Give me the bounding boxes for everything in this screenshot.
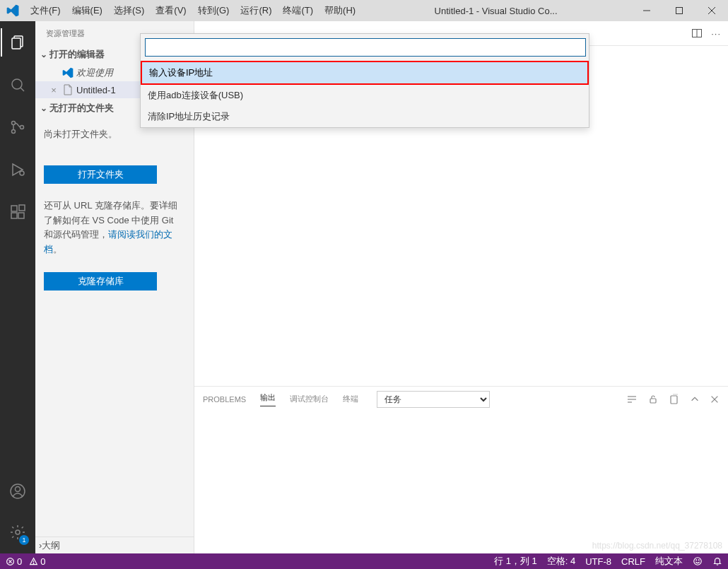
clone-info: 还可从 URL 克隆存储库。要详细了解如何在 VS Code 中使用 Git 和… xyxy=(35,188,194,268)
more-icon[interactable]: ··· xyxy=(711,28,721,39)
activitybar: 1 xyxy=(0,21,35,553)
titlebar: 文件(F) 编辑(E) 选择(S) 查看(V) 转到(G) 运行(R) 终端(T… xyxy=(0,0,728,21)
activity-extensions[interactable] xyxy=(1,198,35,226)
vscode-icon xyxy=(0,4,25,17)
status-eol[interactable]: CRLF xyxy=(621,556,645,567)
svg-point-9 xyxy=(12,130,16,134)
open-folder-button[interactable]: 打开文件夹 xyxy=(44,165,157,184)
panel-tab-output[interactable]: 输出 xyxy=(260,392,276,406)
watermark: https://blog.csdn.net/qq_37278108 xyxy=(592,541,722,551)
svg-line-7 xyxy=(20,88,24,91)
status-warnings[interactable]: 0 xyxy=(29,556,45,567)
menu-go[interactable]: 转到(G) xyxy=(192,0,235,21)
command-palette: 输入设备IP地址 使用adb连接设备(USB) 清除IP地址历史记录 xyxy=(140,33,589,128)
menu-terminal[interactable]: 终端(T) xyxy=(277,0,319,21)
statusbar: 0 0 行 1，列 1 空格: 4 UTF-8 CRLF 纯文本 xyxy=(0,553,728,569)
close-panel-icon[interactable] xyxy=(710,394,720,404)
chevron-down-icon: ⌄ xyxy=(38,103,49,113)
palette-input[interactable] xyxy=(145,38,586,57)
svg-point-6 xyxy=(12,79,22,89)
menu-selection[interactable]: 选择(S) xyxy=(108,0,150,21)
svg-rect-24 xyxy=(650,399,656,403)
no-folder-label: 无打开的文件夹 xyxy=(49,102,114,115)
svg-point-18 xyxy=(16,530,20,534)
settings-badge: 1 xyxy=(19,535,29,545)
panel-tab-debug[interactable]: 调试控制台 xyxy=(290,394,329,404)
word-wrap-icon[interactable] xyxy=(626,394,638,405)
svg-point-35 xyxy=(696,560,697,561)
svg-rect-1 xyxy=(676,8,683,14)
outline-label: 大纲 xyxy=(42,539,60,552)
panel-tab-terminal[interactable]: 终端 xyxy=(343,394,358,404)
svg-rect-5 xyxy=(12,38,20,49)
status-encoding[interactable]: UTF-8 xyxy=(585,556,611,567)
output-channel-select[interactable]: 任务 xyxy=(377,391,490,408)
warnings-count: 0 xyxy=(40,556,45,567)
menu-edit[interactable]: 编辑(E) xyxy=(66,0,108,21)
editor-label: 欢迎使用 xyxy=(76,66,113,79)
status-lang[interactable]: 纯文本 xyxy=(655,555,683,568)
menu-file[interactable]: 文件(F) xyxy=(25,0,66,21)
chevron-down-icon: ⌄ xyxy=(38,49,49,59)
svg-rect-25 xyxy=(671,396,677,404)
activity-scm[interactable] xyxy=(1,113,35,141)
vscode-file-icon xyxy=(62,67,74,78)
svg-point-8 xyxy=(12,122,16,125)
svg-point-11 xyxy=(20,171,24,175)
maximize-button[interactable] xyxy=(663,0,695,21)
status-ln-col[interactable]: 行 1，列 1 xyxy=(494,555,537,568)
activity-accounts[interactable] xyxy=(1,477,35,505)
palette-list: 输入设备IP地址 使用adb连接设备(USB) 清除IP地址历史记录 xyxy=(141,61,589,127)
split-editor-icon[interactable] xyxy=(691,28,703,39)
menubar: 文件(F) 编辑(E) 选择(S) 查看(V) 转到(G) 运行(R) 终端(T… xyxy=(25,0,361,21)
palette-item-clear-history[interactable]: 清除IP地址历史记录 xyxy=(141,106,589,127)
svg-point-10 xyxy=(20,126,24,129)
menu-help[interactable]: 帮助(H) xyxy=(319,0,361,21)
window-title: Untitled-1 - Visual Studio Co... xyxy=(361,6,630,16)
svg-point-33 xyxy=(33,563,34,563)
panel-tab-problems[interactable]: PROBLEMS xyxy=(203,395,246,404)
file-icon xyxy=(62,84,74,95)
panel-body[interactable]: https://blog.csdn.net/qq_37278108 xyxy=(194,411,728,553)
window-controls xyxy=(630,0,728,21)
svg-rect-15 xyxy=(19,205,25,211)
status-errors[interactable]: 0 xyxy=(6,556,22,567)
palette-item-input-ip[interactable]: 输入设备IP地址 xyxy=(141,61,589,85)
svg-point-17 xyxy=(16,487,20,492)
menu-view[interactable]: 查看(V) xyxy=(150,0,192,21)
editor-label: Untitled-1 xyxy=(76,85,116,95)
clone-repo-button[interactable]: 克隆存储库 xyxy=(44,272,157,291)
outline-header[interactable]: › 大纲 xyxy=(35,536,194,553)
clone-text-post: 。 xyxy=(53,244,62,254)
activity-explorer[interactable] xyxy=(1,28,35,57)
panel: PROBLEMS 输出 调试控制台 终端 任务 https://blog.csd… xyxy=(194,386,728,553)
svg-rect-12 xyxy=(11,206,17,211)
close-button[interactable] xyxy=(695,0,728,21)
minimize-button[interactable] xyxy=(630,0,663,21)
errors-count: 0 xyxy=(17,556,22,567)
activity-run-debug[interactable] xyxy=(1,156,35,184)
no-folder-text: 尚未打开文件夹。 xyxy=(44,127,185,142)
lock-icon[interactable] xyxy=(647,394,659,405)
svg-point-34 xyxy=(694,558,702,565)
panel-tabs: PROBLEMS 输出 调试控制台 终端 任务 xyxy=(194,387,728,411)
svg-point-36 xyxy=(698,560,699,561)
bell-icon[interactable] xyxy=(712,556,722,566)
menu-run[interactable]: 运行(R) xyxy=(235,0,277,21)
activity-search[interactable] xyxy=(1,71,35,99)
close-icon[interactable]: × xyxy=(48,85,59,95)
palette-item-adb-usb[interactable]: 使用adb连接设备(USB) xyxy=(141,85,589,106)
svg-rect-13 xyxy=(11,213,17,218)
open-editors-label: 打开的编辑器 xyxy=(49,48,105,61)
chevron-up-icon[interactable] xyxy=(690,394,700,404)
svg-rect-14 xyxy=(18,213,24,218)
status-spaces[interactable]: 空格: 4 xyxy=(547,555,575,568)
clear-icon[interactable] xyxy=(669,394,680,405)
feedback-icon[interactable] xyxy=(693,556,703,566)
activity-settings[interactable]: 1 xyxy=(1,518,35,546)
